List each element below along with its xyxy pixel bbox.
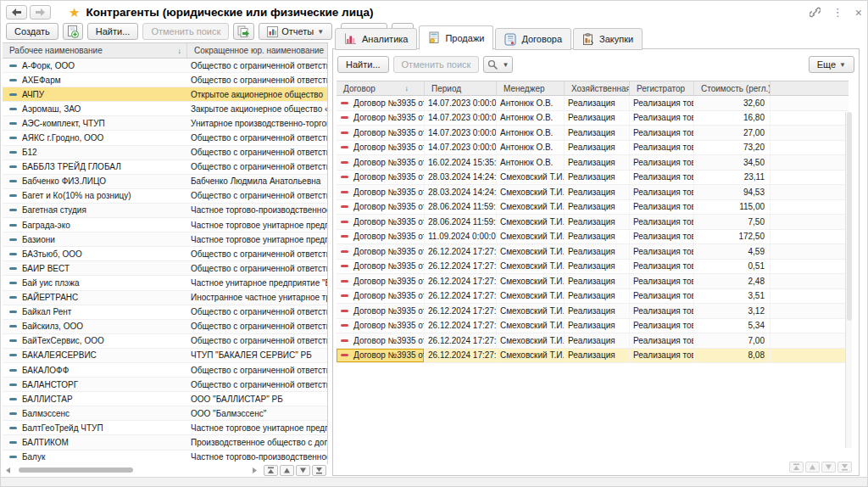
sales-row[interactable]: Договор №3935 от 12.07.2... 14.07.2023 0…	[337, 126, 849, 141]
sales-registrar: Реализация товаров...	[630, 289, 694, 304]
tab-purchases[interactable]: Закупки	[573, 28, 643, 50]
counterparty-row[interactable]: Байкал Рент Общество с ограниченной отве…	[3, 305, 327, 320]
scroll-down-button[interactable]	[821, 462, 836, 473]
counterparty-row[interactable]: АЭС-комплект, ЧТУП Унитарное производств…	[3, 116, 327, 131]
item-dash-icon	[9, 282, 17, 284]
sales-row[interactable]: Договор №3935 от 12.07.2... 28.06.2024 1…	[337, 215, 849, 230]
scroll-bottom-button[interactable]	[312, 465, 326, 476]
sales-row[interactable]: Договор №3935 от 12.07.2... 14.07.2023 0…	[337, 141, 849, 156]
counterparty-row[interactable]: Баграда-эко Частное торговое унитарное п…	[3, 218, 327, 232]
kebab-menu-icon[interactable]: ⋮	[832, 7, 843, 18]
forward-button[interactable]	[30, 5, 51, 20]
column-header-manager[interactable]: Менеджер	[497, 81, 565, 95]
counterparty-row[interactable]: Аэромаш, ЗАО Закрытое акционерное общест…	[3, 102, 327, 116]
scroll-up-button[interactable]	[805, 462, 820, 473]
counterparty-row[interactable]: БалтГеоТрейд ЧТУП Частное торговое унита…	[3, 421, 327, 435]
scroll-down-button[interactable]	[296, 465, 310, 476]
create-group-button[interactable]	[63, 23, 83, 40]
counterparty-row[interactable]: Б12 Общество с ограниченной ответственно…	[3, 146, 327, 160]
back-button[interactable]	[6, 5, 27, 20]
counterparty-legal-name: Закрытое акционерное общество «Группа пр	[187, 102, 327, 115]
item-dash-icon	[9, 369, 17, 372]
tab-contracts[interactable]: Договора	[495, 28, 571, 50]
counterparty-row[interactable]: БАЛТИКОМ Производственное общество с доп…	[3, 435, 327, 450]
scroll-bottom-button[interactable]	[837, 462, 852, 473]
find-button-sales[interactable]: Найти...	[337, 56, 389, 73]
sales-row[interactable]: Договор №3935 от 12.07.2... 16.02.2024 1…	[337, 155, 849, 171]
sales-row[interactable]: Договор №3935 от 12.07.2... 14.07.2023 0…	[337, 111, 849, 126]
more-button-sales[interactable]: Еще▼	[809, 56, 854, 73]
sales-row[interactable]: Договор №3935 от 12.07.2... 28.03.2024 1…	[337, 171, 849, 186]
sales-row[interactable]: Договор №3935 от 12.07.2... 26.12.2024 1…	[337, 304, 849, 319]
counterparty-row[interactable]: АЧПУ Открытое акционерное общество	[3, 87, 327, 102]
sales-row[interactable]: Договор №3935 от 12.07.2... 26.12.2024 1…	[337, 333, 849, 349]
column-header-contract[interactable]: Договор ↓	[337, 81, 425, 95]
search-dropdown-button[interactable]: ▼	[483, 56, 513, 73]
scrollbar-thumb[interactable]	[847, 112, 852, 321]
item-dash-icon	[9, 253, 17, 255]
create-button[interactable]: Создать	[6, 23, 58, 40]
counterparty-row[interactable]: Бай уис плэжа Частное унитарное предприя…	[3, 276, 327, 290]
counterparty-row[interactable]: А-Форк, ООО Общество с ограниченной отве…	[3, 59, 327, 73]
sales-row[interactable]: Договор №3935 от 12.07.2... 28.03.2024 1…	[337, 185, 849, 200]
counterparty-row[interactable]: Байскилз, ООО Общество с ограниченной от…	[3, 320, 327, 334]
sales-registrar: Реализация товаров...	[630, 141, 694, 155]
scroll-top-button[interactable]	[264, 465, 278, 476]
counterparty-row[interactable]: БАЛЛИСТАР ООО "БАЛЛИСТАР" РБ	[3, 392, 327, 406]
counterparty-row[interactable]: АХЕФарм Общество с ограниченной ответств…	[3, 73, 327, 87]
search-icon	[487, 59, 498, 70]
sales-row[interactable]: Договор №3935 от 12.07.2... 26.12.2024 1…	[337, 349, 849, 364]
column-header-working-name[interactable]: Рабочее наименование ↓	[3, 43, 187, 58]
counterparty-row[interactable]: АЯКС г.Гродно, ООО Общество с ограниченн…	[3, 131, 327, 145]
counterparty-row[interactable]: БАКАЛЕЯСЕРВИС ЧТУП "БАКАЛЕЯ СЕРВИС" РБ	[3, 349, 327, 363]
find-button[interactable]: Найти...	[87, 23, 139, 40]
counterparty-row[interactable]: Бабченко ФИЗ.ЛИЦО Бабченко Людмила Анато…	[3, 175, 327, 189]
sales-row[interactable]: Договор №3935 от 12.07.2... 26.12.2024 1…	[337, 244, 849, 260]
counterparty-row[interactable]: Багет и Ко(10% на розницу) Общество с ог…	[3, 189, 327, 204]
column-header-period[interactable]: Период	[425, 81, 497, 95]
cancel-search-button-sales[interactable]: Отменить поиск	[393, 56, 480, 73]
scroll-left-icon[interactable]	[4, 467, 11, 473]
sales-registrar: Реализация товаров...	[630, 126, 694, 140]
counterparty-row[interactable]: БАЙЕРТРАНС Иностранное частное унитарное…	[3, 291, 327, 305]
scrollbar-track[interactable]	[14, 467, 248, 473]
scrollbar-thumb[interactable]	[19, 467, 133, 473]
column-header-registrar[interactable]: Регистратор	[630, 81, 694, 95]
scroll-right-icon[interactable]	[251, 467, 258, 473]
sales-contract: Договор №3935 от 12.07.2...	[353, 291, 425, 300]
counterparty-row[interactable]: Базиони Частное торговое унитарное предп…	[3, 232, 327, 247]
close-icon[interactable]: ×	[855, 7, 862, 19]
counterparty-row[interactable]: БАКАЛОФФ Общество с ограниченной ответст…	[3, 363, 327, 378]
counterparty-row[interactable]: БАЛАНСТОРГ Общество с ограниченной ответ…	[3, 378, 327, 392]
column-header-amount[interactable]: Стоимость (регл.)	[694, 81, 771, 95]
sales-row[interactable]: Договор №3935 от 12.07.2... 11.09.2024 0…	[337, 230, 849, 245]
tab-analytics[interactable]: Аналитика	[335, 28, 417, 50]
scroll-top-button[interactable]	[789, 462, 804, 473]
counterparty-name: БАЛЛИСТАР	[22, 395, 73, 404]
sales-row[interactable]: Договор №3935 от 12.07.2... 26.12.2024 1…	[337, 274, 849, 289]
cancel-search-button[interactable]: Отменить поиск	[142, 23, 229, 40]
sales-row[interactable]: Договор №3935 от 12.07.2... 26.12.2024 1…	[337, 319, 849, 334]
tab-sales[interactable]: Продажи	[419, 25, 493, 50]
favorite-star-icon[interactable]: ★	[69, 6, 80, 19]
copy-button[interactable]	[233, 23, 254, 40]
counterparty-row[interactable]: Балмэссенс ООО "Балмэссенс"	[3, 406, 327, 421]
counterparty-row[interactable]: БАЗтьюб, ООО Общество с ограниченной отв…	[3, 247, 327, 261]
column-header-legal-name[interactable]: Сокращенное юр. наименование	[187, 43, 327, 58]
counterparty-row[interactable]: Багетная студия Частное торгово-производ…	[3, 204, 327, 218]
column-header-operation[interactable]: Хозяйственная опер...	[565, 81, 630, 95]
sales-row[interactable]: Договор №3935 от 12.07.2... 26.12.2024 1…	[337, 289, 849, 305]
reports-button[interactable]: Отчеты▼	[259, 23, 332, 40]
sales-row[interactable]: Договор №3935 от 12.07.2... 28.06.2024 1…	[337, 200, 849, 216]
sales-row[interactable]: Договор №3935 от 12.07.2... 26.12.2024 1…	[337, 260, 849, 275]
sales-row[interactable]: Договор №3935 от 12.07.2... 14.07.2023 0…	[337, 96, 849, 111]
right-vertical-scrollbar[interactable]	[845, 112, 852, 448]
counterparty-row[interactable]: Балук Частное торгово-производственное у…	[3, 451, 327, 464]
scroll-up-button[interactable]	[280, 465, 294, 476]
counterparty-row[interactable]: БайТехСервис, ООО Общество с ограниченно…	[3, 334, 327, 349]
counterparty-row[interactable]: БАИР ВЕСТ Общество с ограниченной ответс…	[3, 261, 327, 276]
counterparty-row[interactable]: БАББЛЗ ТРЕЙД ГЛОБАЛ Общество с ограничен…	[3, 160, 327, 175]
counterparty-name: Байкал Рент	[22, 307, 71, 316]
sales-toolbar: Найти... Отменить поиск ▼ Еще▼	[337, 56, 854, 73]
link-icon[interactable]	[810, 7, 821, 18]
